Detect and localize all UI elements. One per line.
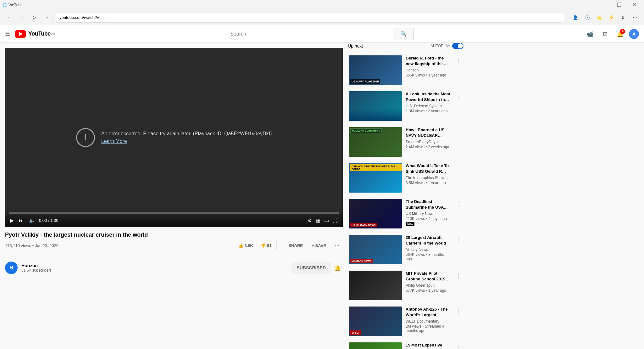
share-label: SHARE [288, 243, 303, 248]
extension-button[interactable]: ⚡ [606, 12, 616, 23]
like-button[interactable]: 👍 3.8K [235, 241, 257, 250]
channel-subscribers: 31.6K subscribers [21, 268, 52, 273]
rec-info: A Look Inside the Most Powerful Ships in… [404, 91, 452, 121]
bookmark-button[interactable]: ⭐ [594, 12, 604, 23]
video-area: ! An error occurred. Please try again la… [0, 43, 343, 349]
rec-more-button[interactable]: ⋮ [454, 199, 462, 208]
rec-more-button[interactable]: ⋮ [454, 127, 462, 137]
titlebar-left: 🌐 WeTube [3, 3, 23, 7]
list-item[interactable]: MILITARY NEWS 20 Largest Aircraft Carrie… [348, 232, 464, 267]
youtube-logo[interactable]: YouTube VN [15, 30, 55, 38]
maximize-button[interactable]: ❐ [612, 0, 626, 10]
miniplayer-button[interactable]: ▦ [314, 216, 322, 225]
list-item[interactable]: NUCLEAR SUBMARINE How I Boarded a US NAV… [348, 125, 464, 159]
download-button[interactable]: ⇓ [618, 12, 628, 23]
thumbup-icon: 👍 [238, 243, 243, 248]
next-button[interactable]: ⏭ [18, 217, 25, 225]
mute-button[interactable]: 🔈 [28, 216, 36, 225]
save-icon: + [312, 243, 314, 248]
rec-more-button[interactable]: ⋮ [454, 342, 462, 349]
save-label: SAVE [315, 243, 326, 248]
video-player-wrapper[interactable]: ! An error occurred. Please try again la… [5, 48, 343, 227]
rec-meta: 577K views • 1 year ago [406, 288, 450, 293]
list-item[interactable]: 15 Most Expensive Military ... ⋮ [348, 340, 464, 349]
rec-more-button[interactable]: ⋮ [454, 307, 462, 316]
play-button[interactable]: ▶ [9, 216, 15, 225]
new-badge: New [406, 222, 414, 226]
history-button[interactable]: 🕐 [582, 12, 592, 23]
toolbar-right-icons: 👤 🕐 ⭐ ⚡ ⇓ ⋯ [570, 12, 640, 23]
video-title: Pyotr Velikiy - the largest nuclear crui… [5, 231, 343, 239]
save-button[interactable]: + SAVE [308, 241, 330, 250]
share-button[interactable]: → SHARE [279, 241, 307, 250]
thumb-label: NUCLEAR SUBMARINE [350, 128, 382, 133]
error-message: ! An error occurred. Please try again la… [76, 128, 272, 147]
subscribe-button[interactable]: SUBSCRIBED [291, 262, 331, 273]
list-item[interactable]: MIT Private Pilot Ground School 2019, F-… [348, 268, 464, 303]
rec-meta: 3.5M views • 1 year ago [406, 181, 450, 185]
rec-channel: US Military News [406, 211, 450, 216]
minimize-button[interactable]: ─ [597, 0, 611, 10]
theater-button[interactable]: ▭ [323, 216, 330, 225]
thumb-label: CAN YOU SINK THE USS GERALD R. FORD? [350, 164, 402, 171]
notifications-button[interactable]: 🔔 4 [614, 28, 626, 40]
grid-icon: ⊞ [603, 31, 608, 37]
header-right: 📹 ⊞ 🔔 4 A [584, 28, 639, 40]
hamburger-menu[interactable]: ☰ [5, 31, 10, 37]
rec-title: A Look Inside the Most Powerful Ships in… [406, 91, 450, 103]
search-input[interactable] [225, 28, 393, 40]
profile-icon-button[interactable]: 👤 [570, 12, 580, 23]
settings-button[interactable]: ⚙ [306, 216, 313, 225]
rec-channel: The Infographics Show ✓ [406, 176, 450, 180]
rec-title: MIT Private Pilot Ground School 2019, F-… [406, 271, 450, 282]
rec-channel: Horizon [406, 68, 450, 72]
user-avatar[interactable]: A [629, 29, 639, 39]
rec-more-button[interactable]: ⋮ [454, 91, 462, 101]
more-button[interactable]: ⋯ [331, 241, 343, 250]
home-button[interactable]: ⌂ [42, 12, 52, 23]
notification-badge: 4 [620, 29, 625, 34]
rec-more-button[interactable]: ⋮ [454, 271, 462, 280]
list-item[interactable]: US MILITARY NEWS The Deadliest Submarine… [348, 196, 464, 231]
autoplay-section: AUTOPLAY [430, 43, 464, 49]
progress-bar[interactable] [9, 212, 339, 214]
list-item[interactable]: A Look Inside the Most Powerful Ships in… [348, 89, 464, 123]
settings-button[interactable]: ⋯ [630, 12, 640, 23]
rec-channel: U.S. Defense System [406, 104, 450, 108]
fullscreen-button[interactable]: ⛶ [331, 217, 339, 225]
youtube-logo-text: YouTube [28, 31, 51, 37]
address-bar[interactable] [54, 13, 565, 23]
rec-thumbnail: US MILITARY NEWS [349, 199, 402, 228]
rec-more-button[interactable]: ⋮ [454, 235, 462, 244]
rec-thumbnail: CAN YOU SINK THE USS GERALD R. FORD? [349, 163, 402, 193]
channel-name[interactable]: Horizon [21, 263, 52, 268]
rec-channel: Military News [406, 247, 450, 252]
search-button[interactable]: 🔍 [393, 28, 414, 40]
autoplay-toggle[interactable] [452, 43, 464, 49]
rec-info: What Would It Take To Sink USS Gerald R … [404, 163, 452, 193]
video-info: Pyotr Velikiy - the largest nuclear crui… [5, 227, 343, 258]
apps-button[interactable]: ⊞ [599, 28, 611, 40]
main-layout: ! An error occurred. Please try again la… [0, 43, 644, 349]
list-item[interactable]: WELT Antonov An-225 - The World's Larges… [348, 304, 464, 339]
refresh-button[interactable]: ↻ [29, 12, 40, 23]
upload-button[interactable]: 📹 [584, 28, 596, 40]
list-item[interactable]: CAN YOU SINK THE USS GERALD R. FORD? Wha… [348, 160, 464, 195]
share-icon: → [283, 243, 287, 248]
autoplay-toggle-knob [458, 43, 463, 48]
camera-icon: 📹 [586, 31, 593, 37]
channel-avatar[interactable]: H [5, 262, 18, 274]
like-dislike-group: 👍 3.8K 👎 91 [235, 241, 277, 250]
close-button[interactable]: ✕ [627, 0, 641, 10]
dislike-button[interactable]: 👎 91 [257, 241, 275, 250]
forward-button[interactable]: → [16, 12, 27, 23]
rec-more-button[interactable]: ⋮ [454, 55, 462, 65]
rec-more-button[interactable]: ⋮ [454, 163, 462, 172]
channel-bell-button[interactable]: 🔔 [332, 262, 343, 273]
rec-title: What Would It Take To Sink USS Gerald R … [406, 163, 450, 174]
learn-more-link[interactable]: Learn More [101, 138, 272, 144]
list-item[interactable]: US NAVY FLAGSHIP Gerald R. Ford - the ne… [348, 53, 464, 87]
rec-info: 20 Largest Aircraft Carriers in the Worl… [404, 235, 452, 264]
time-display: 0:00 / 1:30 [39, 218, 58, 223]
back-button[interactable]: ← [4, 12, 14, 23]
